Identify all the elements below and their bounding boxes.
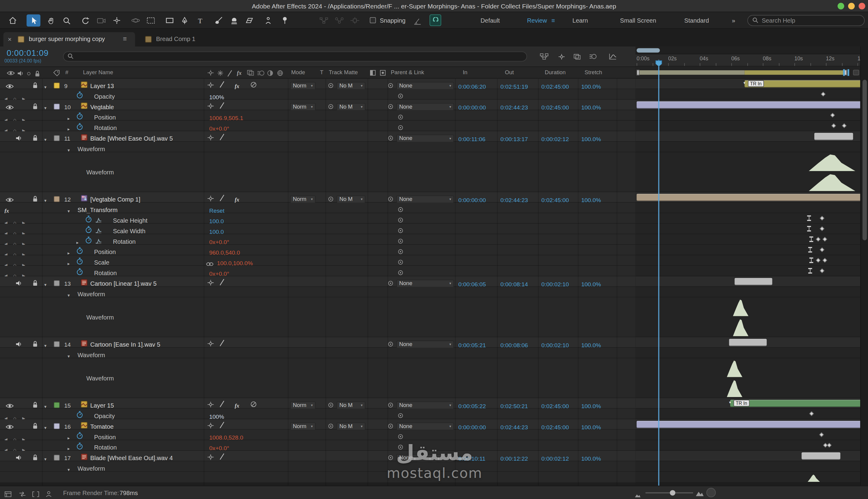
snap-options-button[interactable] <box>430 14 441 26</box>
avatar-icon[interactable] <box>46 490 52 499</box>
layer-duration-bar[interactable] <box>730 400 860 407</box>
track-row[interactable] <box>635 440 860 451</box>
track-row[interactable] <box>635 451 860 461</box>
property-row[interactable]: ◀◇▶Scale Height100.0 <box>0 213 635 224</box>
parent-dropdown[interactable]: None▾ <box>396 452 454 462</box>
fx-switch[interactable]: fx <box>235 194 239 204</box>
property-row[interactable]: ◀◇▶▸Position1008.0,528.0 <box>0 430 635 440</box>
layer-duration-bar[interactable] <box>637 194 860 201</box>
selection-tool[interactable] <box>26 14 40 26</box>
pan-behind-tool[interactable] <box>110 14 123 26</box>
stopwatch-icon[interactable] <box>85 215 92 225</box>
shy-icon[interactable] <box>558 52 565 62</box>
tab-label[interactable]: burger super morphing copy <box>29 35 105 42</box>
track-row[interactable] <box>635 142 860 153</box>
clone-stamp-tool[interactable] <box>227 14 241 26</box>
snapping-checkbox[interactable] <box>370 17 376 23</box>
quality-switch[interactable] <box>219 278 225 288</box>
layer-name[interactable]: Tomatoe <box>90 421 113 431</box>
track-matte-dropdown[interactable]: No M▾ <box>337 80 365 89</box>
track-row[interactable] <box>635 337 860 348</box>
stopwatch-icon[interactable] <box>76 257 83 267</box>
shy-switch[interactable] <box>207 339 214 349</box>
workspace-review[interactable]: Review <box>527 12 547 29</box>
zoom-window-button[interactable] <box>848 3 855 9</box>
workspace-overflow-chevron[interactable]: » <box>732 12 735 29</box>
property-name[interactable]: Opacity <box>94 410 115 420</box>
keyframe-ibeam[interactable] <box>807 226 811 231</box>
home-tool[interactable] <box>5 14 19 26</box>
matte-select[interactable]: No M▾ <box>337 422 365 430</box>
keyframe-ibeam[interactable] <box>807 216 811 221</box>
region-of-interest-tool[interactable] <box>144 14 158 26</box>
parent-dropdown[interactable]: None▾ <box>396 80 454 89</box>
snap-angle-icon[interactable] <box>414 17 422 27</box>
parent-dropdown[interactable]: None▾ <box>396 278 454 288</box>
track-row[interactable] <box>635 153 860 192</box>
navigator-handle[interactable] <box>637 48 660 53</box>
mblur-switch[interactable] <box>250 400 257 410</box>
timeline-navigator[interactable] <box>635 47 860 54</box>
track-row[interactable]: TR In▾ <box>635 79 860 89</box>
layer-row[interactable]: ▾14Cartoon [Ease In 1].wav 5None▾0:00:05… <box>0 337 635 348</box>
mode-select[interactable]: Norm▾ <box>290 82 315 89</box>
keyframe-ibeam[interactable] <box>809 258 814 263</box>
parent-select[interactable]: None▾ <box>396 340 454 348</box>
mblur-switch[interactable] <box>250 80 257 90</box>
track-row[interactable] <box>635 409 860 419</box>
keyframe-diamond[interactable] <box>809 411 814 416</box>
layer-duration-bar[interactable] <box>637 421 860 428</box>
current-time-display[interactable]: 0:00:01:09 <box>7 48 49 58</box>
property-name[interactable]: Position <box>94 112 116 122</box>
comp-marker-bin[interactable] <box>853 70 859 75</box>
mode-dropdown[interactable]: Norm▾ <box>290 420 315 430</box>
property-name[interactable]: Scale Height <box>113 215 147 225</box>
track-row[interactable] <box>635 224 860 234</box>
wave-area-row[interactable] <box>0 472 635 483</box>
shy-switch[interactable] <box>207 194 214 204</box>
layer-name[interactable]: Layer 13 <box>90 80 114 90</box>
keyframe-diamond[interactable] <box>820 226 824 231</box>
track-matte-dropdown[interactable]: No M▾ <box>337 193 365 203</box>
zoom-tool[interactable] <box>60 14 74 26</box>
graph-editor-icon[interactable] <box>609 52 617 62</box>
time-ruler[interactable]: 0:00s02s04s06s08s10s12s14 <box>635 54 860 66</box>
mode-dropdown[interactable]: Norm▾ <box>290 101 315 111</box>
property-name[interactable]: Scale <box>94 257 110 267</box>
property-name[interactable]: Rotation <box>94 442 117 452</box>
layer-duration-bar[interactable] <box>802 452 840 460</box>
property-row[interactable]: ◀◇▶▸Rotation0x+0.0° <box>0 121 635 131</box>
parent-select[interactable]: None▾ <box>396 195 454 203</box>
property-row[interactable]: ◀◇▶▸Position960.0,540.0 <box>0 245 635 255</box>
property-name[interactable]: Position <box>94 431 116 441</box>
stopwatch-icon[interactable] <box>85 236 92 246</box>
keyframe-diamond[interactable] <box>821 92 826 97</box>
shy-switch[interactable] <box>207 400 214 410</box>
property-row[interactable]: ◀◇▶▸Rotation0x+0.0° <box>0 234 635 245</box>
track-row[interactable] <box>635 297 860 337</box>
parent-select[interactable]: None▾ <box>396 82 454 89</box>
keyframe-diamond[interactable] <box>820 216 824 220</box>
mini-flowchart-icon[interactable] <box>540 52 549 62</box>
timeline-search-input[interactable] <box>63 52 527 62</box>
track-row[interactable] <box>635 358 860 398</box>
wave-label-row[interactable]: ▾Waveform <box>0 461 635 472</box>
layer-row[interactable]: ▾13Cartoon [Linear 1].wav 5None▾0:00:06:… <box>0 276 635 287</box>
track-row[interactable] <box>635 110 860 121</box>
timeline-zoom-out-icon[interactable] <box>634 490 641 499</box>
frame-blend-icon[interactable] <box>574 52 581 62</box>
track-row[interactable]: TR In▾ <box>635 398 860 409</box>
keyframe-diamond[interactable] <box>820 247 824 252</box>
property-name[interactable]: Scale Width <box>113 226 145 235</box>
keyframe-diamond[interactable] <box>820 268 824 273</box>
workspace-menu-icon[interactable]: ≡ <box>551 12 555 29</box>
parent-dropdown[interactable]: None▾ <box>396 399 454 409</box>
track-row[interactable] <box>635 472 860 483</box>
layer-name[interactable]: [Vegtable Comp 1] <box>90 194 140 204</box>
quality-switch[interactable] <box>219 421 225 431</box>
layer-marker[interactable]: TR In <box>733 400 749 406</box>
track-row[interactable] <box>635 234 860 245</box>
rectangle-tool[interactable] <box>163 14 177 26</box>
wave-area-row[interactable]: Waveform <box>0 358 635 398</box>
layer-name[interactable]: Blade [Wheel Ease Out].wav 4 <box>90 452 173 462</box>
